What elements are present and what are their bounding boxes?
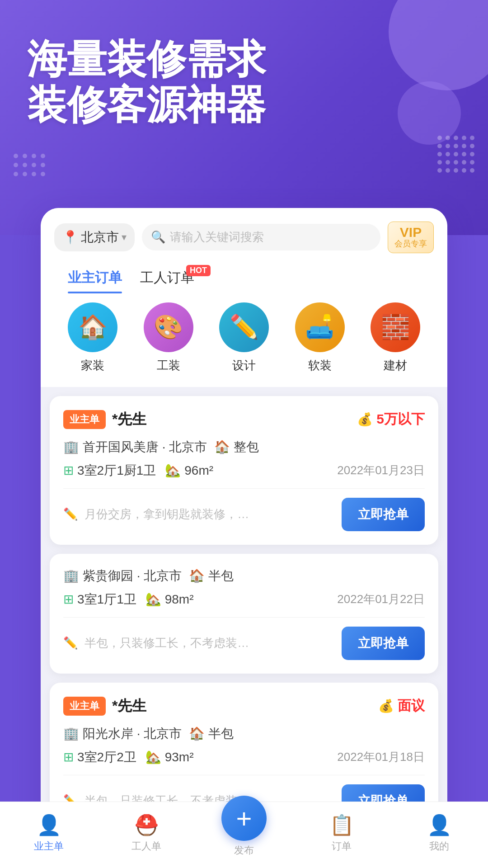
- hero-dots-left: [14, 154, 45, 176]
- remark-icon-2: ✏️: [63, 636, 78, 650]
- area-icon-1: 🏡: [165, 463, 181, 478]
- category-gongzhuang[interactable]: 🎨 工装: [144, 302, 193, 373]
- grab-btn-2[interactable]: 立即抢单: [342, 627, 425, 660]
- cat-label-gongzhuang: 工装: [157, 358, 180, 373]
- category-sheji[interactable]: ✏️ 设计: [219, 302, 269, 373]
- building-icon-2: 🏢: [63, 568, 79, 583]
- search-bar-area: 📍 北京市 ▾ 🔍 请输入关键词搜索 VIP 会员专享: [41, 208, 447, 387]
- order-2-community: 🏢 紫贵御园 · 北京市: [63, 567, 182, 585]
- order-2-date: 2022年01月22日: [337, 591, 425, 607]
- order-1-community: 🏢 首开国风美唐 · 北京市: [63, 439, 207, 456]
- search-icon: 🔍: [151, 230, 165, 244]
- cat-icon-sheji: ✏️: [219, 302, 269, 352]
- category-jiazhuang[interactable]: 🏠 家装: [68, 302, 117, 373]
- order-3-header-left: 业主单 *先生: [63, 696, 146, 716]
- hero-section: 海量装修需求 装修客源神器: [0, 0, 488, 235]
- nav-icon-mine: 👤: [427, 813, 452, 837]
- order-3-price: 💰 面议: [378, 697, 425, 715]
- order-3-community: 🏢 阳光水岸 · 北京市: [63, 725, 182, 742]
- nav-item-owner[interactable]: 👤 业主单: [0, 813, 98, 853]
- order-3-area: 🏡 93m²: [145, 750, 194, 764]
- cat-label-ruanzhuang: 软装: [308, 358, 332, 373]
- cat-icon-ruanzhuang: 🛋️: [295, 302, 345, 352]
- cat-icon-jiazhuang: 🏠: [68, 302, 117, 352]
- tabs-row: 业主订单 工人订单 HOT: [54, 262, 434, 293]
- house-icon-1: 🏠: [214, 439, 230, 454]
- order-3-name: *先生: [112, 696, 146, 716]
- order-2-package: 🏠 半包: [189, 567, 234, 585]
- category-jiancai[interactable]: 🧱 建材: [371, 302, 420, 373]
- order-3-rooms: ⊞ 3室2厅2卫: [63, 749, 136, 766]
- vip-sub-text: 会员专享: [394, 239, 427, 249]
- order-2-community-row: 🏢 紫贵御园 · 北京市 🏠 半包: [63, 567, 425, 585]
- house-icon-2: 🏠: [189, 568, 205, 583]
- order-2-community-text: 紫贵御园 · 北京市: [83, 567, 182, 585]
- search-input-area[interactable]: 🔍 请输入关键词搜索: [142, 224, 380, 250]
- layout-icon-1: ⊞: [63, 463, 74, 478]
- plus-icon: +: [236, 803, 252, 834]
- area-icon-2: 🏡: [145, 592, 161, 607]
- order-1-rooms: ⊞ 3室2厅1厨1卫: [63, 462, 156, 479]
- order-1-meta-row: ⊞ 3室2厅1厨1卫 🏡 96m² 2022年01月23日: [63, 462, 425, 479]
- nav-item-mine[interactable]: 👤 我的: [390, 813, 488, 853]
- order-1-area: 🏡 96m²: [165, 463, 213, 478]
- categories-row: 🏠 家装 🎨 工装 ✏️ 设计 🛋️ 软装: [54, 293, 434, 387]
- chevron-down-icon: ▾: [122, 231, 127, 243]
- order-3-badge: 业主单: [63, 697, 106, 716]
- nav-icon-owner: 👤: [37, 813, 61, 837]
- order-3-header: 业主单 *先生 💰 面议: [63, 696, 425, 716]
- order-3-meta-row: ⊞ 3室2厅2卫 🏡 93m² 2022年01月18日: [63, 749, 425, 766]
- order-card-2: 🏢 紫贵御园 · 北京市 🏠 半包 ⊞ 3室1厅1卫: [50, 554, 438, 674]
- remark-icon-1: ✏️: [63, 507, 78, 521]
- order-3-community-text: 阳光水岸 · 北京市: [83, 725, 182, 742]
- tab-worker-orders[interactable]: 工人订单 HOT: [140, 262, 194, 293]
- order-1-community-text: 首开国风美唐 · 北京市: [83, 439, 207, 456]
- layout-icon-3: ⊞: [63, 750, 74, 764]
- tab-owner-orders[interactable]: 业主订单: [68, 262, 122, 293]
- order-1-badge: 业主单: [63, 410, 106, 429]
- order-1-footer: ✏️ 月份交房，拿到钥匙就装修，… 立即抢单: [63, 488, 425, 531]
- location-button[interactable]: 📍 北京市 ▾: [54, 223, 135, 251]
- layout-icon-2: ⊞: [63, 592, 74, 607]
- order-1-remark: ✏️ 月份交房，拿到钥匙就装修，…: [63, 506, 342, 522]
- cat-label-jiancai: 建材: [384, 358, 407, 373]
- price-icon-1: 💰: [357, 412, 373, 427]
- nav-item-publish[interactable]: + 发布: [195, 809, 293, 857]
- order-2-rooms: ⊞ 3室1厅1卫: [63, 591, 136, 608]
- cat-label-jiazhuang: 家装: [81, 358, 104, 373]
- nav-item-worker[interactable]: ⛑️ 工人单: [98, 813, 195, 853]
- order-1-package: 🏠 整包: [214, 439, 259, 456]
- category-ruanzhuang[interactable]: 🛋️ 软装: [295, 302, 345, 373]
- order-1-price: 💰 5万以下: [357, 410, 425, 429]
- nav-label-mine: 我的: [429, 840, 449, 853]
- order-1-date: 2022年01月23日: [337, 462, 425, 478]
- location-text: 北京市: [81, 229, 119, 246]
- order-2-area: 🏡 98m²: [145, 592, 194, 607]
- cat-label-sheji: 设计: [232, 358, 256, 373]
- nav-icon-worker: ⛑️: [134, 813, 159, 837]
- order-2-remark: ✏️ 半包，只装修工长，不考虑装…: [63, 635, 342, 651]
- grab-btn-1[interactable]: 立即抢单: [342, 498, 425, 531]
- order-3-community-row: 🏢 阳光水岸 · 北京市 🏠 半包: [63, 725, 425, 742]
- nav-item-orders[interactable]: 📋 订单: [293, 813, 390, 853]
- price-icon-3: 💰: [378, 698, 394, 713]
- order-1-name: *先生: [112, 410, 146, 429]
- hero-title: 海量装修需求 装修客源神器: [27, 36, 461, 127]
- nav-label-orders: 订单: [332, 840, 352, 853]
- building-icon-3: 🏢: [63, 726, 79, 741]
- order-2-footer: ✏️ 半包，只装修工长，不考虑装… 立即抢单: [63, 617, 425, 660]
- building-icon-1: 🏢: [63, 439, 79, 454]
- nav-icon-orders: 📋: [329, 813, 354, 837]
- vip-badge[interactable]: VIP 会员专享: [388, 222, 434, 253]
- inner-app: 📍 北京市 ▾ 🔍 请输入关键词搜索 VIP 会员专享: [41, 208, 447, 868]
- order-2-meta-row: ⊞ 3室1厅1卫 🏡 98m² 2022年01月22日: [63, 591, 425, 608]
- search-placeholder: 请输入关键词搜索: [170, 229, 264, 245]
- nav-fab-publish[interactable]: +: [221, 796, 267, 841]
- order-card-1: 业主单 *先生 💰 5万以下 🏢 首开国风美唐 · 北京市: [50, 396, 438, 545]
- nav-label-worker: 工人单: [131, 840, 161, 853]
- vip-text: VIP: [394, 226, 427, 239]
- location-pin-icon: 📍: [62, 230, 78, 245]
- hot-badge: HOT: [186, 265, 211, 276]
- app-card: 📍 北京市 ▾ 🔍 请输入关键词搜索 VIP 会员专享: [41, 208, 447, 868]
- order-1-community-row: 🏢 首开国风美唐 · 北京市 🏠 整包: [63, 439, 425, 456]
